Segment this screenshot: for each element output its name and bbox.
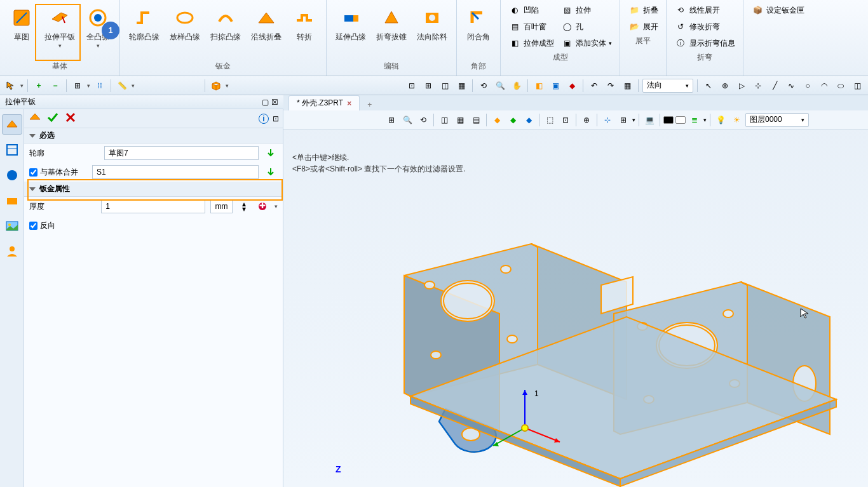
- vt-sun[interactable]: ☀: [729, 113, 743, 127]
- view-tool-4[interactable]: ▦: [454, 79, 468, 93]
- panel-close-icon[interactable]: ☒: [271, 98, 278, 107]
- side-tab-user[interactable]: [2, 241, 22, 262]
- vt-14[interactable]: ⊞: [616, 113, 630, 127]
- checkbox-merge[interactable]: [29, 168, 37, 177]
- view-tool-2[interactable]: ⊞: [421, 79, 435, 93]
- panel-info-button[interactable]: i: [259, 114, 269, 124]
- unit-thickness[interactable]: mm: [210, 199, 233, 213]
- plus-tool[interactable]: +: [32, 79, 46, 93]
- stretch-button[interactable]: ▧拉伸: [558, 3, 614, 18]
- jog-button[interactable]: 转折: [288, 3, 321, 60]
- hole-button[interactable]: ◯孔: [558, 19, 614, 34]
- canvas[interactable]: <单击中键>继续. <F8>或者<Shift-roll> 查找下一个有效的过滤器…: [283, 130, 868, 487]
- vt-11[interactable]: ⊡: [559, 113, 573, 127]
- sketch-tool-6[interactable]: ∿: [784, 79, 798, 93]
- thickness-stepper[interactable]: ▴▾: [238, 199, 251, 213]
- section-required[interactable]: 必选: [24, 128, 283, 143]
- swept-flange-button[interactable]: 放样凸缘: [166, 3, 204, 60]
- sketch-tool-8[interactable]: ◠: [817, 79, 831, 93]
- view-tool-12[interactable]: ↷: [604, 79, 618, 93]
- view-tool-3[interactable]: ◫: [438, 79, 452, 93]
- grid-tool[interactable]: ⊞: [71, 79, 85, 93]
- view-tool-9[interactable]: ▣: [548, 79, 562, 93]
- doc-tab[interactable]: * 外壳.Z3PRT ×: [288, 95, 360, 110]
- close-corner-button[interactable]: 闭合角: [462, 3, 495, 60]
- set-box-button[interactable]: 📦设定钣金匣: [749, 3, 807, 18]
- profile-flange-button[interactable]: 轮廓凸缘: [125, 3, 163, 60]
- sweep-flange-button[interactable]: 扫掠凸缘: [207, 3, 245, 60]
- vt-9[interactable]: ◆: [522, 113, 536, 127]
- view-tool-1[interactable]: ⊡: [405, 79, 419, 93]
- vt-color-black[interactable]: [663, 116, 674, 124]
- vt-bulb[interactable]: 💡: [714, 113, 728, 127]
- view-tool-6[interactable]: 🔍: [493, 79, 507, 93]
- bend-taper-button[interactable]: 折弯拔锥: [372, 3, 410, 60]
- checkbox-reverse[interactable]: [29, 222, 37, 230]
- thickness-measure-button[interactable]: ✚: [256, 199, 269, 213]
- vt-6[interactable]: ▤: [469, 113, 483, 127]
- vt-13[interactable]: ⊹: [600, 113, 614, 127]
- side-tab-material[interactable]: [2, 190, 22, 211]
- vt-4[interactable]: ◫: [437, 113, 451, 127]
- sketch-button[interactable]: 草图: [5, 3, 38, 60]
- extrude-tab-button[interactable]: 拉伸平钣 ▾: [41, 3, 79, 60]
- sketch-tool-5[interactable]: ╱: [768, 79, 782, 93]
- fold-button[interactable]: 📁折叠: [625, 3, 661, 18]
- ruler-tool[interactable]: 📏: [115, 79, 129, 93]
- vt-color-white[interactable]: [675, 116, 686, 124]
- extrude-form-button[interactable]: ◧拉伸成型: [506, 36, 557, 51]
- add-solid-button[interactable]: ▣添加实体▾: [558, 36, 614, 51]
- side-tab-feature[interactable]: [2, 114, 22, 135]
- vt-10[interactable]: ⬚: [543, 113, 557, 127]
- linear-unfold-button[interactable]: ⟲线性展开: [672, 3, 738, 18]
- section-sheet[interactable]: 钣金属性: [24, 182, 283, 197]
- select-tool[interactable]: [4, 79, 18, 93]
- full-flange-button[interactable]: 全凸缘 ▾: [81, 3, 114, 60]
- cube-tool[interactable]: [209, 79, 223, 93]
- vt-1[interactable]: ⊞: [384, 113, 398, 127]
- vt-8[interactable]: ◆: [506, 113, 520, 127]
- view-tool-10[interactable]: ◆: [565, 79, 579, 93]
- normal-cut-button[interactable]: 法向除料: [413, 3, 451, 60]
- sketch-tool-2[interactable]: ⊕: [718, 79, 732, 93]
- vt-15[interactable]: 💻: [642, 113, 656, 127]
- pick-merge-button[interactable]: [264, 165, 278, 179]
- sketch-tool-3[interactable]: ▷: [735, 79, 749, 93]
- input-profile[interactable]: [104, 146, 259, 160]
- modify-bend-button[interactable]: ↺修改折弯: [672, 19, 738, 34]
- vt-layers[interactable]: ≣: [688, 113, 702, 127]
- vt-12[interactable]: ⊕: [580, 113, 593, 127]
- fold-line-button[interactable]: 沿线折叠: [247, 3, 285, 60]
- pick-profile-button[interactable]: [264, 146, 278, 160]
- bend-info-button[interactable]: ⓘ显示折弯信息: [672, 36, 738, 51]
- vt-2[interactable]: 🔍: [400, 113, 414, 127]
- sketch-tool-10[interactable]: ◫: [850, 79, 864, 93]
- dots-tool[interactable]: ⁞⁞: [93, 79, 107, 93]
- vt-3[interactable]: ⟲: [416, 113, 430, 127]
- vt-5[interactable]: ▦: [453, 113, 467, 127]
- view-tool-5[interactable]: ⟲: [477, 79, 491, 93]
- minus-tool[interactable]: −: [48, 79, 62, 93]
- doc-tab-add[interactable]: +: [363, 99, 376, 110]
- sketch-tool-1[interactable]: ↖: [702, 79, 715, 93]
- louver-button[interactable]: ▤百叶窗: [506, 19, 557, 34]
- panel-pin-icon[interactable]: ▢: [262, 98, 269, 107]
- dimple-button[interactable]: ◐凹陷: [506, 3, 557, 18]
- layer-dropdown[interactable]: 图层0000▾: [745, 113, 809, 127]
- view-tool-7[interactable]: ✋: [510, 79, 524, 93]
- panel-cancel-button[interactable]: [64, 110, 78, 126]
- direction-dropdown[interactable]: 法向▾: [642, 79, 693, 93]
- view-tool-8[interactable]: ◧: [532, 79, 546, 93]
- view-tool-13[interactable]: ▦: [620, 79, 634, 93]
- doc-tab-close[interactable]: ×: [347, 99, 351, 108]
- input-merge[interactable]: [92, 165, 259, 179]
- side-tab-image[interactable]: [2, 216, 22, 236]
- sketch-tool-4[interactable]: ⊹: [751, 79, 765, 93]
- view-tool-11[interactable]: ↶: [587, 79, 601, 93]
- panel-ok-button[interactable]: [46, 110, 60, 126]
- sketch-tool-7[interactable]: ○: [801, 79, 815, 93]
- input-thickness[interactable]: [101, 199, 205, 213]
- sketch-tool-9[interactable]: ⬭: [834, 79, 848, 93]
- panel-reset-button[interactable]: ⊡: [273, 114, 279, 123]
- side-tab-tree[interactable]: [2, 140, 22, 160]
